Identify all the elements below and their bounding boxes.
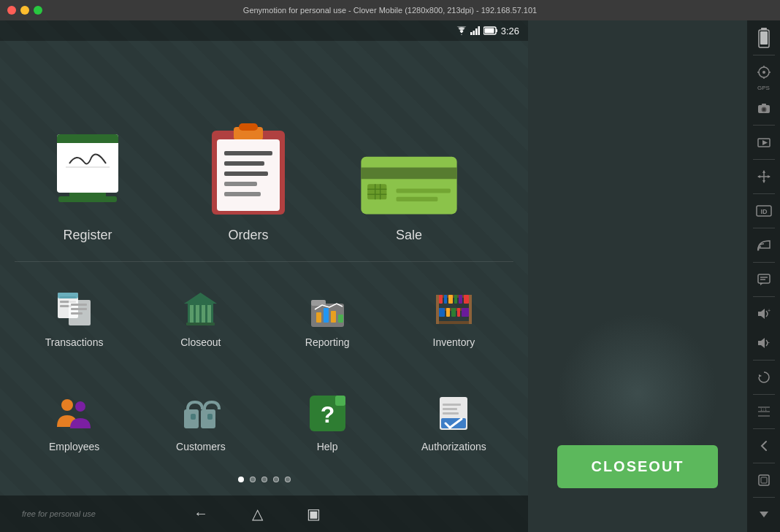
svg-rect-121 [761,477,767,483]
closeout-button[interactable]: CLOSEOUT [557,445,718,488]
window-title: Genymotion for personal use - Clover Mob… [243,6,537,15]
maximize-button[interactable] [34,6,42,15]
register-icon [51,127,124,215]
sidebar-divider-3 [753,159,775,160]
register-icon-wrap [44,120,131,222]
svg-text:-: - [768,339,770,346]
sale-icon [358,149,460,222]
page-dot-4[interactable] [273,477,279,482]
svg-rect-0 [470,32,473,35]
svg-rect-42 [190,305,194,323]
svg-rect-39 [58,293,78,298]
inventory-app[interactable]: Inventory [394,269,513,366]
id-icon[interactable]: ID [750,197,778,225]
employees-label: Employees [49,441,99,452]
svg-rect-81 [443,412,459,415]
sale-label: Sale [396,228,422,243]
svg-rect-1 [473,31,475,35]
down-arrow-icon[interactable] [750,501,778,528]
svg-rect-63 [451,308,456,317]
page-dot-5[interactable] [285,477,291,482]
authorizations-icon [434,393,474,433]
camera-icon[interactable] [750,94,778,122]
authorizations-app[interactable]: Authorizations [394,374,513,471]
svg-point-87 [762,71,765,74]
closeout-app[interactable]: Closeout [141,269,260,366]
employees-app[interactable]: Employees [15,374,134,471]
svg-rect-15 [239,123,258,131]
inventory-icon-wrap [432,287,475,331]
svg-rect-6 [484,28,494,34]
bottom-apps-grid: Transactions [15,269,513,471]
svg-rect-29 [397,188,451,193]
svg-rect-120 [759,475,769,485]
svg-rect-44 [202,305,205,323]
svg-rect-51 [331,311,336,323]
inventory-label: Inventory [433,336,475,348]
battery-sidebar-icon [750,24,778,52]
rotate-icon[interactable] [750,363,778,391]
minimize-button[interactable] [20,6,29,15]
move-icon[interactable] [750,163,778,190]
chat-icon[interactable] [750,266,778,293]
status-bar: 3:26 [0,20,528,41]
closeout-icon-wrap [179,287,223,331]
register-app[interactable]: Register [15,48,161,250]
status-icons: 3:26 [456,26,519,36]
volume-up-icon[interactable]: + [750,300,778,328]
svg-point-94 [762,108,765,111]
svg-rect-30 [397,196,438,201]
authorizations-icon-wrap [432,391,475,435]
gps-icon[interactable] [750,58,778,86]
svg-rect-56 [448,295,453,304]
volume-down-icon[interactable]: - [750,329,778,357]
sale-app[interactable]: Sale [336,48,482,250]
svg-text:+: + [768,308,771,313]
svg-point-70 [75,401,85,412]
svg-rect-20 [224,182,257,186]
recents-button[interactable]: ▣ [307,505,321,523]
page-dot-3[interactable] [261,477,267,482]
svg-text:ID: ID [760,208,768,215]
close-button[interactable] [7,6,16,15]
page-dot-2[interactable] [250,477,256,482]
help-label: Help [317,441,338,452]
svg-marker-113 [758,338,765,348]
svg-rect-19 [224,171,268,176]
android-screen: 3:26 [0,20,528,532]
orders-icon-wrap [204,120,292,222]
svg-marker-103 [768,175,771,178]
help-icon: ? [307,393,348,433]
mac-window-controls[interactable] [7,6,42,15]
scale-icon[interactable]: 1:1 [750,398,778,425]
svg-rect-23 [361,167,456,179]
svg-marker-100 [762,170,765,173]
sidebar: GPS [747,20,780,532]
svg-rect-2 [475,28,478,35]
reporting-label: Reporting [305,336,350,348]
orders-app[interactable]: Orders [175,48,321,250]
svg-rect-68 [469,295,472,324]
film-icon[interactable] [750,128,778,156]
svg-rect-18 [224,161,264,166]
back-sidebar-icon[interactable] [750,432,778,460]
customers-label: Customers [176,441,226,452]
app-area: Register [0,41,528,496]
orders-label: Orders [228,228,268,243]
register-label: Register [63,228,112,243]
svg-rect-49 [316,312,321,323]
time-display: 3:26 [501,26,519,36]
page-dot-1[interactable] [238,477,244,482]
reporting-app[interactable]: Reporting [268,269,387,366]
expand-icon[interactable] [750,466,778,494]
sale-icon-wrap [358,149,460,222]
customers-icon-wrap [179,391,223,435]
home-button[interactable]: △ [252,505,263,523]
sidebar-divider-10 [753,428,775,429]
cast-icon[interactable] [750,231,778,259]
transactions-app[interactable]: Transactions [15,269,134,366]
help-app[interactable]: ? Help [268,374,387,471]
back-button[interactable]: ← [194,505,208,523]
customers-app[interactable]: Customers [141,374,260,471]
svg-rect-3 [478,26,480,35]
